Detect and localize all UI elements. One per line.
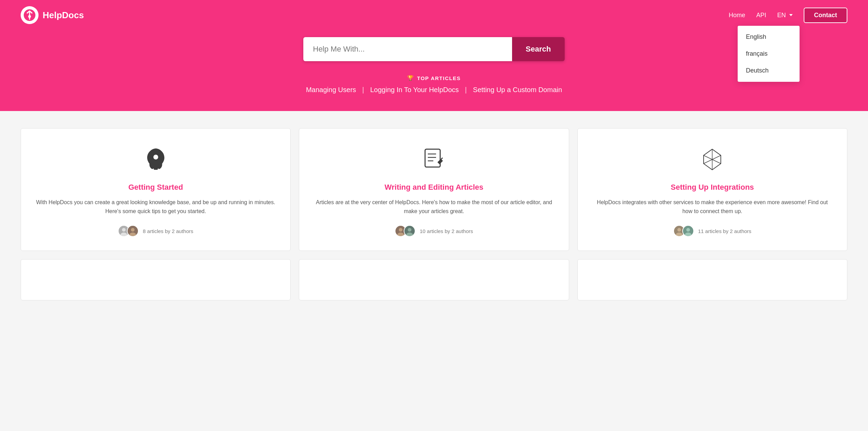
card-getting-started-desc: With HelpDocs you can create a great loo…: [35, 198, 276, 216]
card-getting-started[interactable]: Getting Started With HelpDocs you can cr…: [21, 128, 291, 251]
card-writing-meta: 10 articles by 2 authors: [313, 225, 555, 237]
separator-2: |: [465, 86, 467, 94]
svg-line-27: [712, 159, 721, 164]
contact-button[interactable]: Contact: [804, 8, 847, 23]
top-articles-label: 🏆 TOP ARTICLES: [41, 75, 827, 81]
logo-icon: [21, 6, 39, 24]
svg-point-31: [677, 228, 681, 232]
chevron-down-icon: [789, 14, 793, 16]
svg-point-16: [399, 228, 403, 232]
nav-bar: HelpDocs Home API EN English français De…: [21, 0, 847, 30]
separator-1: |: [362, 86, 364, 94]
top-article-logging-in[interactable]: Logging In To Your HelpDocs: [370, 86, 459, 94]
header: HelpDocs Home API EN English français De…: [0, 0, 868, 111]
avatars-getting-started: [118, 225, 139, 237]
logo-area[interactable]: HelpDocs: [21, 6, 84, 24]
nav-api[interactable]: API: [756, 12, 766, 19]
top-articles-links: Managing Users | Logging In To Your Help…: [41, 86, 827, 94]
svg-line-25: [712, 155, 721, 159]
card-writing[interactable]: Writing and Editing Articles Articles ar…: [299, 128, 569, 251]
card-getting-started-count: 8 articles by 2 authors: [143, 228, 193, 234]
svg-line-23: [704, 149, 712, 155]
search-input[interactable]: [303, 37, 512, 61]
trophy-icon: 🏆: [407, 75, 414, 81]
nav-links: Home API EN English français Deutsch Con…: [729, 8, 847, 23]
search-bar: Search: [303, 37, 565, 61]
svg-point-1: [28, 15, 31, 18]
svg-point-34: [686, 228, 690, 232]
svg-line-22: [712, 149, 721, 155]
card-writing-title: Writing and Editing Articles: [313, 183, 555, 192]
hero-section: Search 🏆 TOP ARTICLES Managing Users | L…: [21, 30, 847, 111]
gem-icon: [592, 146, 833, 173]
svg-line-26: [704, 155, 712, 159]
partial-card-2[interactable]: [299, 259, 569, 300]
card-integrations-count: 11 articles by 2 authors: [698, 228, 751, 234]
lang-option-french[interactable]: français: [738, 45, 800, 62]
svg-point-6: [122, 228, 126, 232]
svg-rect-11: [425, 149, 440, 167]
card-getting-started-title: Getting Started: [35, 183, 276, 192]
partial-card-3[interactable]: [577, 259, 847, 300]
bottom-cards-row: [21, 259, 847, 300]
card-integrations[interactable]: Setting Up Integrations HelpDocs integra…: [577, 128, 847, 251]
card-integrations-meta: 11 articles by 2 authors: [592, 225, 833, 237]
rocket-icon: [35, 146, 276, 173]
svg-point-19: [408, 228, 412, 232]
card-writing-desc: Articles are at the very center of HelpD…: [313, 198, 555, 216]
card-integrations-title: Setting Up Integrations: [592, 183, 833, 192]
search-button[interactable]: Search: [512, 37, 565, 61]
main-content: Getting Started With HelpDocs you can cr…: [0, 111, 868, 318]
svg-point-4: [153, 155, 158, 159]
lang-dropdown: English français Deutsch: [738, 26, 800, 82]
avatars-integrations: [673, 225, 694, 237]
cards-grid: Getting Started With HelpDocs you can cr…: [21, 128, 847, 251]
partial-card-1[interactable]: [21, 259, 291, 300]
avatar-6: [682, 225, 694, 237]
nav-home[interactable]: Home: [729, 12, 745, 19]
card-integrations-desc: HelpDocs integrates with other services …: [592, 198, 833, 216]
lang-label: EN: [777, 12, 786, 19]
lang-option-english[interactable]: English: [738, 29, 800, 45]
card-writing-count: 10 articles by 2 authors: [420, 228, 473, 234]
avatar-2: [127, 225, 139, 237]
top-article-managing-users[interactable]: Managing Users: [306, 86, 356, 94]
edit-icon: [313, 146, 555, 173]
top-articles: 🏆 TOP ARTICLES Managing Users | Logging …: [41, 75, 827, 94]
card-getting-started-meta: 8 articles by 2 authors: [35, 225, 276, 237]
brand-name: HelpDocs: [43, 10, 84, 21]
lang-selector[interactable]: EN English français Deutsch: [777, 12, 793, 19]
svg-line-28: [704, 159, 712, 164]
avatars-writing: [395, 225, 415, 237]
avatar-4: [404, 225, 415, 237]
top-article-custom-domain[interactable]: Setting Up a Custom Domain: [473, 86, 562, 94]
svg-point-9: [131, 228, 135, 232]
lang-option-german[interactable]: Deutsch: [738, 62, 800, 79]
